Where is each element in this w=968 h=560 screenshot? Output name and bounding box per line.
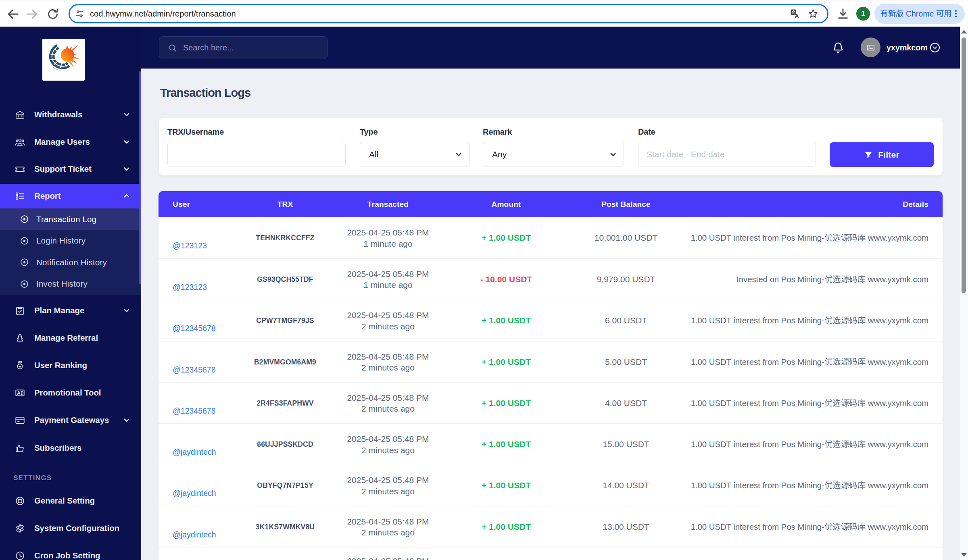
sidebar-item-label: Promotional Tool bbox=[34, 388, 101, 398]
sidebar-item-plan-manage[interactable]: Plan Manage bbox=[0, 299, 141, 322]
kebab-menu-icon[interactable] bbox=[951, 9, 961, 19]
avatar[interactable] bbox=[861, 37, 880, 57]
sidebar-item-user-ranking[interactable]: User Ranking bbox=[0, 354, 141, 377]
type-select[interactable]: All bbox=[360, 142, 469, 167]
user-link[interactable]: @jaydintech bbox=[173, 530, 216, 539]
reload-icon[interactable] bbox=[46, 7, 60, 21]
amount-cell: + 1.00 USDT bbox=[482, 522, 531, 532]
amount-cell: + 1.00 USDT bbox=[482, 398, 531, 408]
post-balance-cell: 14.00 USDT bbox=[603, 481, 649, 490]
date-field-wrap bbox=[638, 142, 816, 167]
chevron-down-circle-icon[interactable] bbox=[929, 42, 941, 54]
sidebar-item-label: Plan Manage bbox=[34, 306, 84, 315]
forward-icon[interactable] bbox=[25, 7, 40, 21]
sidebar-item-payment-gateways[interactable]: Payment Gateways bbox=[0, 409, 141, 431]
trx-cell: 66UJJPSSKDCD bbox=[257, 440, 313, 449]
amount-cell: + 1.00 USDT bbox=[482, 357, 531, 367]
sidebar-item-label: Manage Users bbox=[34, 137, 90, 147]
amount-cell: - 10.00 USDT bbox=[480, 275, 532, 284]
table-row: @123123 GS93QCH55TDF 2025-04-25 05:48 PM… bbox=[159, 258, 943, 300]
user-link[interactable]: @jaydintech bbox=[173, 489, 216, 498]
image-placeholder-icon bbox=[866, 42, 876, 53]
filter-button[interactable]: Filter bbox=[830, 142, 934, 167]
user-link[interactable]: @12345678 bbox=[173, 365, 216, 374]
sidebar-item-label: User Ranking bbox=[34, 360, 87, 370]
chevron-up-icon bbox=[122, 192, 131, 200]
download-icon[interactable] bbox=[836, 7, 850, 21]
transactions-table: UserTRXTransactedAmountPost BalanceDetai… bbox=[159, 191, 943, 560]
trx-cell: B2MVMGOM6AM9 bbox=[254, 358, 316, 366]
sidebar-item-system-configuration[interactable]: System Configuration bbox=[0, 517, 141, 539]
user-link[interactable]: @123123 bbox=[173, 282, 207, 291]
bell-icon[interactable] bbox=[831, 41, 845, 54]
sidebar-item-label: Manage Referral bbox=[34, 333, 98, 343]
date-range-input[interactable] bbox=[638, 142, 816, 167]
sidebar-item-withdrawals[interactable]: Withdrawals bbox=[0, 103, 141, 126]
user-link[interactable]: @12345678 bbox=[173, 406, 216, 415]
chevron-down-icon bbox=[122, 164, 131, 173]
back-icon[interactable] bbox=[6, 7, 20, 21]
site-settings-icon[interactable] bbox=[74, 8, 85, 19]
card-icon bbox=[15, 415, 25, 426]
clock-icon bbox=[15, 550, 25, 560]
table-row: @123123 TEHNKRKCCFFZ 2025-04-25 05:48 PM… bbox=[159, 217, 943, 258]
list-icon bbox=[15, 191, 25, 202]
downloads-badge[interactable]: 1 bbox=[856, 7, 870, 21]
filter-card: TRX/Username Type Remark Date All Any bbox=[159, 118, 943, 175]
sidebar-submenu: Transaction LogLogin HistoryNotification… bbox=[0, 208, 141, 295]
table-row: @jaydintech OBYFQ7N7P15Y 2025-04-25 05:4… bbox=[159, 465, 943, 506]
sidebar-subitem-label: Invest History bbox=[36, 279, 88, 289]
scrollbar-up-arrow-icon[interactable] bbox=[961, 30, 967, 33]
sidebar-item-promotional-tool[interactable]: Promotional Tool bbox=[0, 381, 141, 404]
details-cell: 1.00 USDT interest from Pos Mining- www.… bbox=[691, 316, 928, 325]
post-balance-cell: 5.00 USDT bbox=[605, 357, 647, 367]
transacted-cell: 2025-04-25 05:48 PM bbox=[347, 556, 429, 560]
sidebar-subitem-invest-history[interactable]: Invest History bbox=[0, 273, 141, 295]
sidebar-item-manage-users[interactable]: Manage Users bbox=[0, 131, 141, 153]
username-label[interactable]: yxymkcom bbox=[887, 27, 928, 69]
circle-dot-icon bbox=[19, 257, 29, 267]
main-content: Transaction Logs TRX/Username Type Remar… bbox=[141, 69, 968, 560]
trx-cell: 2R4FS3FAPHWV bbox=[257, 399, 313, 407]
sidebar-subitem-notification-history[interactable]: Notification History bbox=[0, 252, 141, 273]
trx-username-input[interactable] bbox=[168, 142, 345, 167]
sidebar-item-report[interactable]: Report bbox=[0, 185, 141, 207]
amount-cell: + 1.00 USDT bbox=[482, 481, 531, 490]
user-link[interactable]: @123123 bbox=[173, 241, 207, 250]
search-input[interactable] bbox=[183, 43, 316, 52]
table-row: @jaydintech 66UJJPSSKDCD 2025-04-25 05:4… bbox=[159, 423, 943, 464]
sidebar-item-support-ticket[interactable]: Support Ticket bbox=[0, 158, 141, 180]
sidebar-item-manage-referral[interactable]: Manage Referral bbox=[0, 327, 141, 349]
scrollbar-thumb[interactable] bbox=[962, 37, 966, 293]
thumbs-up-icon bbox=[15, 443, 25, 454]
url-text[interactable]: cod.hwymw.net/admin/report/transaction bbox=[90, 9, 236, 19]
type-select-value: All bbox=[369, 150, 378, 159]
column-header-transacted: Transacted bbox=[367, 191, 409, 217]
user-link[interactable]: @jaydintech bbox=[173, 448, 216, 457]
address-bar[interactable]: cod.hwymw.net/admin/report/transaction bbox=[69, 4, 828, 23]
scrollbar-down-arrow-icon[interactable] bbox=[961, 553, 967, 557]
sidebar-subitem-transaction-log[interactable]: Transaction Log bbox=[0, 208, 141, 230]
sidebar-subitem-label: Transaction Log bbox=[36, 214, 96, 224]
amount-cell: + 1.00 USDT bbox=[482, 439, 531, 449]
page-scrollbar[interactable] bbox=[960, 27, 968, 560]
brand-logo[interactable] bbox=[42, 39, 85, 81]
sidebar-item-general-setting[interactable]: General Setting bbox=[0, 489, 141, 512]
table-body: @123123 TEHNKRKCCFFZ 2025-04-25 05:48 PM… bbox=[159, 217, 943, 560]
translate-icon[interactable] bbox=[789, 8, 801, 19]
post-balance-cell: 13.00 USDT bbox=[603, 522, 649, 532]
user-link[interactable]: @12345678 bbox=[173, 324, 216, 333]
transacted-cell: 2025-04-25 05:48 PM1 minute ago bbox=[347, 268, 429, 290]
remark-select[interactable]: Any bbox=[483, 142, 624, 167]
sidebar-item-label: Payment Gateways bbox=[34, 415, 109, 425]
filter-button-label: Filter bbox=[878, 150, 899, 160]
chrome-update-button[interactable]: Chrome bbox=[874, 4, 965, 24]
logo-icon bbox=[46, 42, 81, 77]
sidebar-item-subscribers[interactable]: Subscribers bbox=[0, 437, 141, 459]
chevron-down-icon bbox=[609, 150, 618, 159]
sidebar-item-cron-job-setting[interactable]: Cron Job Setting bbox=[0, 544, 141, 560]
transacted-cell: 2025-04-25 05:48 PM2 minutes ago bbox=[347, 433, 429, 456]
sidebar-subitem-login-history[interactable]: Login History bbox=[0, 230, 141, 252]
trx-cell: TEHNKRKCCFFZ bbox=[256, 234, 314, 242]
star-icon[interactable] bbox=[807, 8, 819, 20]
